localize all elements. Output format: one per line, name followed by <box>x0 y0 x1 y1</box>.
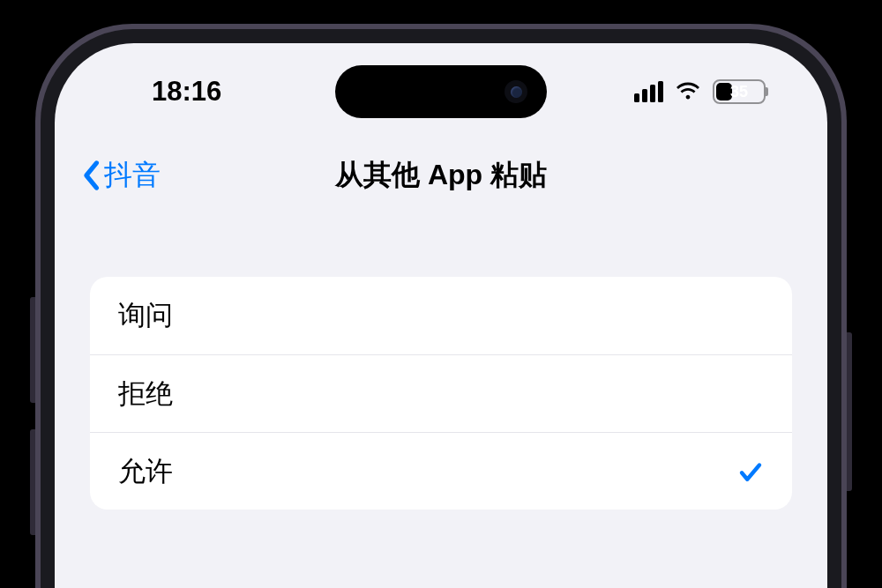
wifi-icon <box>674 81 702 102</box>
status-indicators: 35 <box>634 79 766 104</box>
screen: 18:16 35 <box>55 43 827 588</box>
cellular-signal-icon <box>634 81 663 102</box>
front-camera <box>505 80 527 103</box>
chevron-left-icon <box>81 160 101 191</box>
option-label: 拒绝 <box>118 376 173 413</box>
option-deny[interactable]: 拒绝 <box>90 354 792 432</box>
option-allow[interactable]: 允许 <box>90 432 792 510</box>
phone-frame: 18:16 35 <box>35 24 847 588</box>
options-list: 询问 拒绝 允许 <box>90 277 792 510</box>
checkmark-icon <box>737 458 764 485</box>
battery-icon: 35 <box>713 79 766 104</box>
option-label: 允许 <box>118 453 173 490</box>
option-ask[interactable]: 询问 <box>90 277 792 354</box>
volume-down-button[interactable] <box>30 429 35 535</box>
dynamic-island <box>335 65 547 118</box>
back-label: 抖音 <box>104 156 161 195</box>
power-button[interactable] <box>847 332 852 491</box>
volume-up-button[interactable] <box>30 297 35 403</box>
status-time: 18:16 <box>152 76 221 108</box>
battery-percentage: 35 <box>714 83 764 101</box>
page-title: 从其他 App 粘贴 <box>335 156 547 195</box>
phone-bezel: 18:16 35 <box>41 29 841 588</box>
navigation-bar: 抖音 从其他 App 粘贴 <box>55 149 827 202</box>
back-button[interactable]: 抖音 <box>81 156 161 195</box>
option-label: 询问 <box>118 297 173 334</box>
